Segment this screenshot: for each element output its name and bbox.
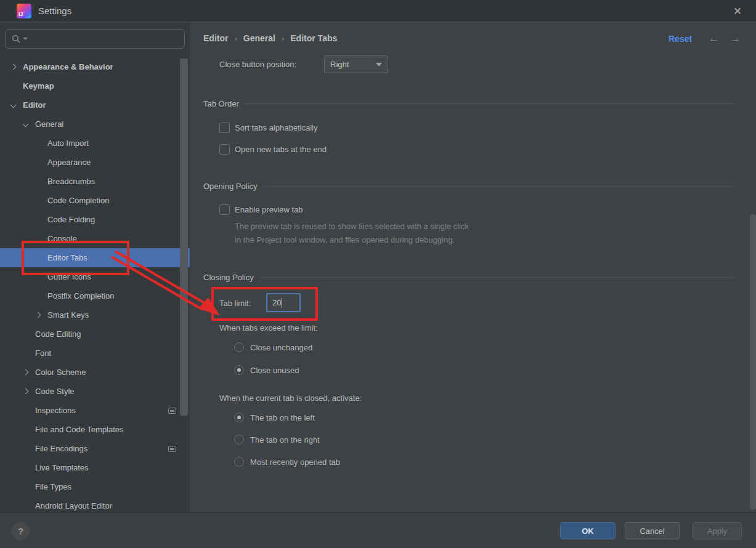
search-input[interactable]: [5, 29, 185, 49]
title-bar: IJ Settings ✕: [0, 0, 756, 22]
settings-dialog: IJ Settings ✕ Appearance & Behavior Keym…: [0, 0, 756, 548]
enable-preview-tab-label[interactable]: Enable preview tab: [235, 205, 303, 214]
sidebar-item-general[interactable]: General: [0, 115, 190, 134]
close-unused-label[interactable]: Close unused: [250, 366, 299, 375]
close-button-position-select[interactable]: Right: [324, 55, 388, 73]
most-recently-opened-label[interactable]: Most recently opened tab: [250, 457, 340, 467]
tab-on-right-label[interactable]: The tab on the right: [250, 435, 320, 445]
sort-tabs-alphabetically-label[interactable]: Sort tabs alphabetically: [235, 123, 317, 132]
close-unused-radio[interactable]: [234, 365, 244, 375]
closing-policy-section-header: Closing Policy: [203, 273, 734, 282]
chevron-down-icon[interactable]: [23, 122, 35, 126]
sidebar-item-keymap[interactable]: Keymap: [0, 76, 190, 95]
sidebar-item-postfix-completion[interactable]: Postfix Completion: [0, 286, 190, 305]
breadcrumb-editor[interactable]: Editor: [203, 33, 228, 43]
window-title: Settings: [38, 6, 71, 16]
sidebar-item-code-editing[interactable]: Code Editing: [0, 324, 190, 344]
opening-policy-section-header: Opening Policy: [203, 182, 734, 191]
reset-link[interactable]: Reset: [669, 34, 692, 44]
tab-limit-input[interactable]: 20: [266, 293, 301, 312]
help-button[interactable]: ?: [12, 522, 30, 540]
tabs-exceed-limit-label: When tabs exceed the limit:: [219, 323, 318, 332]
sidebar-item-auto-import[interactable]: Auto Import: [0, 134, 190, 153]
sidebar-item-editor[interactable]: Editor: [0, 95, 190, 115]
settings-tree: Appearance & Behavior Keymap Editor Gene…: [0, 57, 190, 515]
ok-button[interactable]: OK: [560, 522, 616, 539]
close-unchanged-radio[interactable]: [234, 342, 244, 352]
sort-tabs-alphabetically-checkbox[interactable]: [219, 123, 230, 133]
breadcrumb-separator: ›: [234, 34, 237, 43]
tab-order-section-header: Tab Order: [203, 99, 734, 108]
sidebar-item-file-and-code-templates[interactable]: File and Code Templates: [0, 420, 190, 439]
sidebar-item-appearance[interactable]: Appearance: [0, 153, 190, 172]
chevron-right-icon[interactable]: [36, 313, 47, 317]
open-new-tabs-at-end-label[interactable]: Open new tabs at the end: [235, 145, 327, 154]
preview-tab-description-line1: The preview tab is reused to show files …: [235, 222, 469, 231]
breadcrumb-separator: ›: [282, 34, 284, 43]
sidebar-item-breadcrumbs[interactable]: Breadcrumbs: [0, 172, 190, 191]
sidebar-item-color-scheme[interactable]: Color Scheme: [0, 363, 190, 382]
sidebar-item-code-completion[interactable]: Code Completion: [0, 191, 190, 210]
sidebar-item-file-types[interactable]: File Types: [0, 477, 190, 496]
dropdown-arrow-icon: [376, 63, 382, 66]
chevron-down-icon[interactable]: [11, 103, 23, 107]
sidebar-item-appearance-behavior[interactable]: Appearance & Behavior: [0, 57, 190, 76]
enable-preview-tab-checkbox[interactable]: [219, 204, 230, 215]
sidebar-item-inspections[interactable]: Inspections: [0, 401, 190, 420]
apply-button[interactable]: Apply: [693, 522, 742, 539]
open-new-tabs-at-end-checkbox[interactable]: [219, 144, 230, 155]
search-icon: [12, 34, 21, 44]
settings-sidebar: Appearance & Behavior Keymap Editor Gene…: [0, 23, 190, 512]
breadcrumb: Editor › General › Editor Tabs: [203, 33, 337, 43]
breadcrumb-general[interactable]: General: [243, 33, 275, 43]
sidebar-item-gutter-icons[interactable]: Gutter Icons: [0, 267, 190, 286]
chevron-right-icon[interactable]: [23, 370, 35, 374]
close-icon[interactable]: ✕: [730, 3, 746, 19]
text-cursor: [282, 298, 282, 308]
chevron-right-icon[interactable]: [23, 389, 35, 393]
sidebar-item-font[interactable]: Font: [0, 344, 190, 363]
sidebar-item-console[interactable]: Console: [0, 229, 190, 248]
sidebar-item-file-encodings[interactable]: File Encodings: [0, 439, 190, 458]
search-history-chevron-icon[interactable]: [23, 38, 28, 40]
footer-bar: ? OK Cancel Apply: [0, 512, 756, 548]
sidebar-scrollbar[interactable]: [180, 58, 188, 416]
shared-settings-icon: [168, 446, 176, 452]
current-tab-closed-label: When the current tab is closed, activate…: [219, 393, 362, 403]
breadcrumb-editor-tabs: Editor Tabs: [290, 33, 337, 43]
most-recently-opened-radio[interactable]: [234, 457, 244, 467]
forward-arrow-icon[interactable]: →: [730, 33, 741, 45]
intellij-logo-icon: IJ: [17, 4, 31, 18]
back-arrow-icon[interactable]: ←: [709, 33, 719, 45]
tab-on-right-radio[interactable]: [234, 435, 244, 445]
close-unchanged-label[interactable]: Close unchanged: [250, 343, 312, 352]
content-scrollbar[interactable]: [750, 214, 756, 510]
close-button-position-label: Close button position:: [219, 60, 296, 69]
preview-tab-description-line2: in the Project tool window, and files op…: [235, 235, 455, 244]
chevron-right-icon[interactable]: [11, 65, 23, 69]
sidebar-item-editor-tabs[interactable]: Editor Tabs: [0, 248, 190, 267]
cancel-button[interactable]: Cancel: [625, 522, 680, 539]
sidebar-item-live-templates[interactable]: Live Templates: [0, 458, 190, 477]
sidebar-item-code-style[interactable]: Code Style: [0, 382, 190, 401]
tab-on-left-radio[interactable]: [234, 413, 244, 422]
tab-on-left-label[interactable]: The tab on the left: [250, 413, 315, 422]
sidebar-item-smart-keys[interactable]: Smart Keys: [0, 305, 190, 324]
shared-settings-icon: [168, 408, 176, 414]
tab-limit-label: Tab limit:: [219, 299, 251, 308]
sidebar-item-code-folding[interactable]: Code Folding: [0, 210, 190, 229]
